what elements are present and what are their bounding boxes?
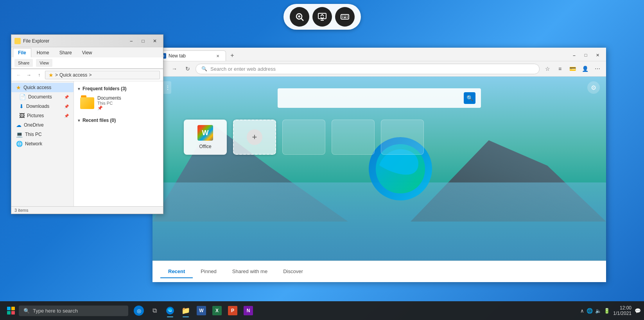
bottom-tab-discover[interactable]: Discover <box>275 265 311 278</box>
taskbar-edge[interactable] <box>163 303 178 318</box>
folder-icon <box>14 38 21 44</box>
tab-close-button[interactable]: ✕ <box>215 53 221 59</box>
ribbon: File Home Share View Share View <box>11 47 163 69</box>
frequent-folders-header[interactable]: ▼ Frequent folders (3) <box>77 84 160 93</box>
empty-card-3 <box>381 120 424 155</box>
empty-card-2 <box>332 120 375 155</box>
downloads-icon: ⬇ <box>19 103 24 109</box>
forward-button[interactable]: → <box>25 71 33 79</box>
newtab-settings-button[interactable]: ⚙ <box>587 81 600 94</box>
office-quick-link[interactable]: W Office <box>184 120 227 155</box>
add-quick-link[interactable]: + <box>233 120 276 155</box>
tab-home[interactable]: Home <box>32 48 54 57</box>
sidebar-item-documents[interactable]: 📄 Documents 📌 <box>11 92 74 102</box>
network-icon-sys[interactable]: 🌐 <box>587 308 593 314</box>
floating-toolbar <box>283 4 361 30</box>
frequent-folders-title: Frequent folders (3) <box>83 86 127 91</box>
taskbar-search[interactable]: 🔍 Type here to search <box>19 306 128 316</box>
share-button[interactable]: Share <box>14 59 33 67</box>
taskbar-onenote[interactable]: N <box>241 303 256 318</box>
edge-refresh-button[interactable]: ↻ <box>182 63 193 74</box>
bottom-tab-recent[interactable]: Recent <box>160 265 193 278</box>
taskbar-excel[interactable]: X <box>210 303 224 318</box>
cortana-icon: ◎ <box>134 306 144 316</box>
sidebar-label-this-pc: This PC <box>25 132 42 137</box>
battery-icon[interactable]: 🔋 <box>604 308 610 314</box>
path-star-icon: ★ <box>48 72 54 78</box>
taskbar-task-view[interactable]: ⧉ <box>147 303 162 318</box>
view-button[interactable]: View <box>36 59 52 67</box>
sidebar-item-this-pc[interactable]: 💻 This PC <box>11 130 74 139</box>
sidebar-label-network: Network <box>25 141 42 147</box>
task-view-icon: ⧉ <box>152 307 157 314</box>
favorites-button[interactable]: ☆ <box>542 63 553 74</box>
ppt-taskbar-icon: P <box>228 306 237 315</box>
collections-button[interactable]: ≡ <box>554 63 565 74</box>
minimize-button[interactable]: ‒ <box>126 37 136 45</box>
recent-files-title: Recent files (0) <box>83 118 116 123</box>
search-box[interactable]: 🔍 <box>278 88 481 108</box>
documents-folder-item[interactable]: Documents This PC 📌 <box>77 93 160 113</box>
sys-icons: ∧ 🌐 🔈 🔋 <box>580 308 610 314</box>
taskbar-time: 12:00 <box>613 305 631 311</box>
edge-titlebar-controls: ‒ □ ✕ <box>569 51 603 61</box>
new-tab-button[interactable]: + <box>227 50 238 61</box>
office-icon: W <box>197 125 213 141</box>
tab-view[interactable]: View <box>77 48 97 57</box>
notification-button[interactable]: 💬 <box>635 308 641 314</box>
profile-button[interactable]: 👤 <box>579 63 590 74</box>
bottom-tab-shared[interactable]: Shared with me <box>224 265 275 278</box>
titlebar-controls: ‒ □ ✕ <box>126 37 160 45</box>
pictures-icon: 🖼 <box>19 113 25 119</box>
start-button[interactable] <box>3 303 19 318</box>
sidebar-item-downloads[interactable]: ⬇ Downloads 📌 <box>11 102 74 111</box>
documents-folder-name: Documents <box>97 95 121 101</box>
tab-file[interactable]: File <box>13 48 31 57</box>
newtab-search-button[interactable]: 🔍 <box>464 92 475 104</box>
sidebar-label-onedrive: OneDrive <box>24 122 44 128</box>
edge-minimize-button[interactable]: ‒ <box>569 51 579 59</box>
downloads-pin-icon: 📌 <box>64 104 69 109</box>
edge-close-button[interactable]: ✕ <box>592 51 603 59</box>
newtab-search-input[interactable] <box>283 95 461 101</box>
office-label: Office <box>199 144 211 149</box>
edge-tab-new-tab[interactable]: e New tab ✕ <box>156 50 226 61</box>
address-bar-edge[interactable]: 🔍 Search or enter web address <box>196 64 540 74</box>
sidebar-item-onedrive[interactable]: ☁ OneDrive <box>11 120 74 130</box>
remote-desktop-button[interactable] <box>312 7 332 27</box>
taskbar-word[interactable]: W <box>194 303 209 318</box>
taskbar-cortana[interactable]: ◎ <box>131 303 146 318</box>
sidebar-item-pictures[interactable]: 🖼 Pictures 📌 <box>11 111 74 120</box>
pictures-pin-icon: 📌 <box>64 114 69 118</box>
status-text: 3 items <box>14 208 28 213</box>
up-button[interactable]: ↑ <box>35 71 43 79</box>
recent-files-header[interactable]: ▼ Recent files (0) <box>77 116 160 125</box>
tab-label: New tab <box>169 53 186 59</box>
edge-maximize-button[interactable]: □ <box>580 51 591 59</box>
taskbar-clock[interactable]: 12:00 1/1/2021 <box>613 305 631 316</box>
documents-folder-path: This PC <box>97 101 121 105</box>
excel-taskbar-icon: X <box>212 306 222 315</box>
edge-forward-button[interactable]: → <box>169 63 180 74</box>
wallet-button[interactable]: 💳 <box>567 63 578 74</box>
sidebar: ★ Quick access 📄 Documents 📌 ⬇ Downloads… <box>11 81 74 206</box>
volume-icon[interactable]: 🔈 <box>595 308 601 314</box>
show-hidden-button[interactable]: ∧ <box>580 308 584 314</box>
more-button[interactable]: ⋯ <box>592 63 603 74</box>
sidebar-item-network[interactable]: 🌐 Network <box>11 139 74 148</box>
taskbar-search-icon: 🔍 <box>23 308 30 314</box>
back-button[interactable]: ← <box>14 71 23 79</box>
taskbar-ppt[interactable]: P <box>225 303 240 318</box>
tab-share[interactable]: Share <box>55 48 77 57</box>
zoom-in-button[interactable] <box>290 7 309 27</box>
taskbar-date: 1/1/2021 <box>613 311 631 316</box>
close-button[interactable]: ✕ <box>150 37 160 45</box>
address-path[interactable]: ★ > Quick access > <box>45 71 160 79</box>
empty-card-1 <box>282 120 325 155</box>
taskbar-explorer[interactable]: 📁 <box>178 303 193 318</box>
address-bar: ← → ↑ ★ > Quick access > <box>11 69 163 81</box>
keyboard-button[interactable] <box>335 7 355 27</box>
bottom-tab-pinned[interactable]: Pinned <box>193 265 224 278</box>
sidebar-item-quick-access[interactable]: ★ Quick access <box>11 83 74 92</box>
maximize-button[interactable]: □ <box>138 37 148 45</box>
